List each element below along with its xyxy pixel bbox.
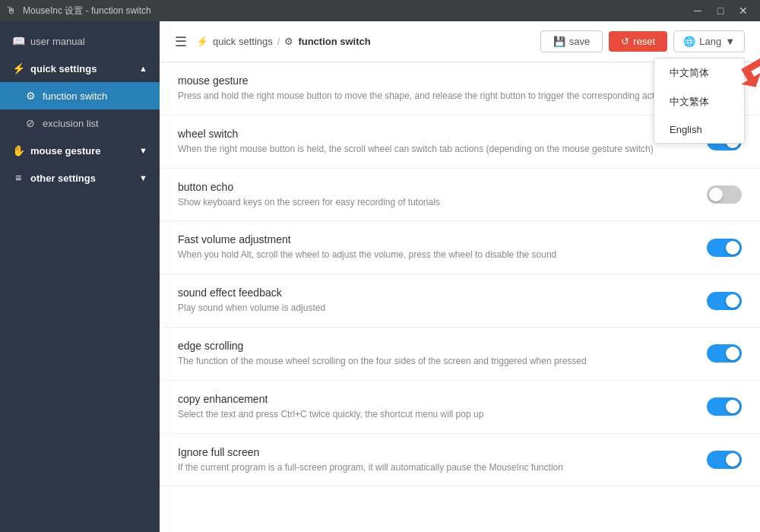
breadcrumb-parent: quick settings (213, 36, 273, 47)
header-actions: 💾 save ↺ reset 🌐 Lang ▼ (540, 30, 745, 52)
globe-icon: 🌐 (683, 36, 695, 47)
app-body: 📖 user manual ⚡ quick settings ▲ ⚙ funct… (0, 21, 760, 532)
toggle-slider-button-echo[interactable] (707, 185, 742, 204)
setting-title-wheel-switch: wheel switch (178, 128, 695, 140)
window-title: MouseInc 设置 - function switch (23, 5, 687, 17)
sidebar-item-exclusion-list[interactable]: ⊘ exclusion list (0, 109, 160, 137)
lang-dropdown: 中文简体 中文繁体 English (654, 58, 745, 144)
sidebar-label-user-manual: user manual (30, 36, 85, 47)
lang-option-zh-trad[interactable]: 中文繁体 (654, 87, 744, 116)
setting-info-copy-enhancement: copy enhancementSelect the text and pres… (178, 393, 695, 421)
toggle-knob-sound-effect (726, 294, 739, 308)
reset-button[interactable]: ↺ reset (609, 31, 667, 52)
breadcrumb-current: function switch (298, 36, 370, 47)
breadcrumb-separator: / (277, 36, 280, 47)
lang-option-zh-simple[interactable]: 中文简体 (654, 59, 744, 87)
breadcrumb-current-icon: ⚙ (284, 36, 293, 47)
setting-desc-ignore-fullscreen: If the current program is a full-screen … (178, 461, 695, 474)
setting-desc-sound-effect: Play sound when volume is adjusted (178, 302, 695, 315)
lang-label: Lang (699, 36, 721, 47)
toggle-slider-ignore-fullscreen[interactable] (707, 451, 742, 469)
chevron-down-icon-2: ▼ (139, 173, 147, 182)
setting-title-edge-scrolling: edge scrolling (178, 340, 695, 352)
sliders-icon: ≡ (12, 172, 24, 184)
setting-info-fast-volume: Fast volume adjustmentWhen you hold Alt,… (178, 233, 695, 261)
setting-item-edge-scrolling: edge scrollingThe function of the mouse … (160, 328, 760, 381)
setting-info-edge-scrolling: edge scrollingThe function of the mouse … (178, 340, 695, 368)
toggle-slider-edge-scrolling[interactable] (707, 344, 742, 363)
toggle-knob-ignore-fullscreen (726, 453, 739, 467)
hand-icon: ✋ (12, 144, 24, 157)
setting-info-wheel-switch: wheel switchWhen the right mouse button … (178, 128, 695, 156)
setting-desc-copy-enhancement: Select the text and press Ctrl+C twice q… (178, 408, 695, 421)
title-bar: 🖱 MouseInc 设置 - function switch ─ □ ✕ (0, 0, 760, 21)
chevron-down-lang-icon: ▼ (725, 36, 735, 47)
setting-desc-fast-volume: When you hold Alt, scroll the wheel to a… (178, 249, 695, 261)
setting-desc-button-echo: Show keyboard keys on the screen for eas… (178, 196, 695, 209)
minimize-button[interactable]: ─ (687, 2, 708, 19)
setting-info-ignore-fullscreen: Ignore full screenIf the current program… (178, 446, 695, 474)
breadcrumb: ⚡ quick settings / ⚙ function switch (196, 36, 531, 47)
toggle-fast-volume[interactable] (707, 239, 742, 257)
main-header: ☰ ⚡ quick settings / ⚙ function switch 💾… (160, 21, 760, 62)
setting-title-copy-enhancement: copy enhancement (178, 393, 695, 405)
toggle-knob-fast-volume (726, 241, 739, 255)
setting-desc-edge-scrolling: The function of the mouse wheel scrollin… (178, 355, 695, 368)
book-icon: 📖 (12, 35, 24, 47)
save-button[interactable]: 💾 save (540, 30, 603, 52)
setting-item-ignore-fullscreen: Ignore full screenIf the current program… (160, 434, 760, 487)
lang-option-en[interactable]: English (654, 116, 744, 143)
sidebar-item-user-manual[interactable]: 📖 user manual (0, 27, 160, 55)
sidebar-item-function-switch[interactable]: ⚙ function switch (0, 82, 160, 109)
setting-info-sound-effect: sound effect feedbackPlay sound when vol… (178, 287, 695, 315)
sidebar-item-other-settings[interactable]: ≡ other settings ▼ (0, 164, 160, 192)
toggle-slider-sound-effect[interactable] (707, 292, 742, 310)
sidebar-item-mouse-gesture[interactable]: ✋ mouse gesture ▼ (0, 137, 160, 164)
setting-item-button-echo: button echoShow keyboard keys on the scr… (160, 169, 760, 222)
breadcrumb-icon: ⚡ (196, 36, 208, 47)
toggle-knob-button-echo (709, 188, 723, 201)
setting-item-copy-enhancement: copy enhancementSelect the text and pres… (160, 381, 760, 434)
save-icon: 💾 (553, 36, 565, 47)
save-label: save (569, 36, 590, 47)
sidebar-label-exclusion-list: exclusion list (43, 118, 99, 129)
toggle-button-echo[interactable] (707, 185, 742, 204)
hamburger-icon[interactable]: ☰ (175, 33, 187, 50)
toggle-knob-edge-scrolling (726, 347, 739, 360)
reset-label: reset (633, 36, 655, 47)
toggle-edge-scrolling[interactable] (707, 344, 742, 363)
setting-desc-wheel-switch: When the right mouse button is held, the… (178, 143, 695, 156)
window-controls: ─ □ ✕ (687, 2, 754, 19)
toggle-knob-copy-enhancement (726, 400, 739, 413)
lang-button[interactable]: 🌐 Lang ▼ (673, 30, 745, 52)
app-icon: 🖱 (6, 5, 18, 17)
sidebar: 📖 user manual ⚡ quick settings ▲ ⚙ funct… (0, 21, 160, 532)
block-icon: ⊘ (24, 117, 36, 129)
setting-title-ignore-fullscreen: Ignore full screen (178, 446, 695, 458)
toggle-slider-copy-enhancement[interactable] (707, 397, 742, 416)
lightning-icon: ⚡ (12, 62, 24, 74)
reset-icon: ↺ (621, 36, 629, 47)
chevron-up-icon: ▲ (139, 64, 147, 73)
sidebar-label-function-switch: function switch (43, 90, 107, 102)
toggle-copy-enhancement[interactable] (707, 397, 742, 416)
sidebar-label-other-settings: other settings (30, 173, 96, 184)
sidebar-item-quick-settings[interactable]: ⚡ quick settings ▲ (0, 55, 160, 82)
toggle-sound-effect[interactable] (707, 292, 742, 310)
gear-icon: ⚙ (24, 90, 36, 102)
setting-title-sound-effect: sound effect feedback (178, 287, 695, 299)
setting-info-button-echo: button echoShow keyboard keys on the scr… (178, 181, 695, 209)
chevron-down-icon: ▼ (139, 146, 147, 155)
sidebar-label-mouse-gesture: mouse gesture (30, 145, 100, 157)
toggle-slider-fast-volume[interactable] (707, 239, 742, 257)
setting-item-fast-volume: Fast volume adjustmentWhen you hold Alt,… (160, 221, 760, 274)
close-button[interactable]: ✕ (733, 2, 754, 19)
maximize-button[interactable]: □ (710, 2, 731, 19)
setting-item-sound-effect: sound effect feedbackPlay sound when vol… (160, 274, 760, 328)
setting-title-fast-volume: Fast volume adjustment (178, 233, 695, 245)
sidebar-label-quick-settings: quick settings (30, 63, 97, 74)
main-content: ☰ ⚡ quick settings / ⚙ function switch 💾… (160, 21, 760, 532)
toggle-ignore-fullscreen[interactable] (707, 451, 742, 469)
setting-title-button-echo: button echo (178, 181, 695, 193)
